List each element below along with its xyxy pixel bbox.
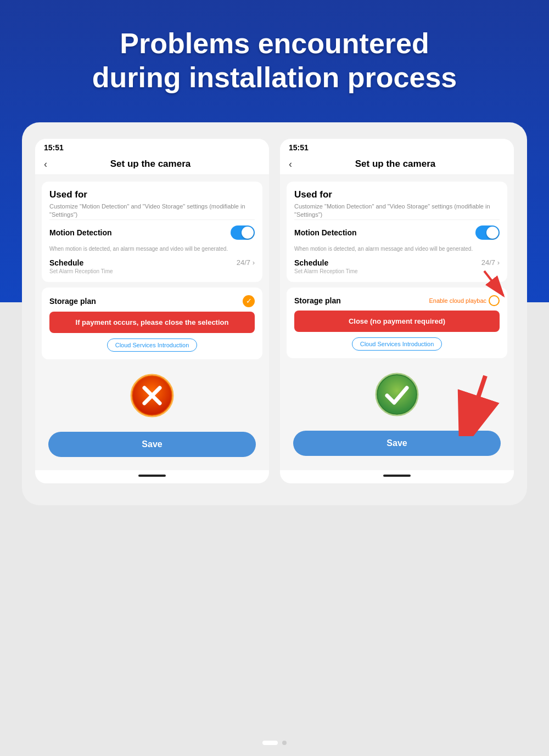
left-schedule-label: Schedule — [49, 258, 83, 267]
left-used-for-title: Used for — [49, 189, 255, 200]
content-card: 15:51 ‹ Set up the camera Used for Custo… — [22, 122, 527, 505]
svg-line-9 — [469, 376, 485, 425]
left-schedule-value[interactable]: 24/7 › — [237, 258, 255, 267]
left-x-icon — [130, 374, 174, 418]
right-nav-title: Set up the camera — [296, 159, 494, 170]
left-used-for-card: Used for Customize "Motion Detection" an… — [42, 182, 262, 282]
right-time: 15:51 — [289, 143, 309, 152]
page-title: Problems encountered during installation… — [33, 26, 516, 95]
right-alert-banner: Close (no payment required) — [294, 311, 500, 332]
left-schedule-section: Schedule 24/7 › Set Alarm Reception Time — [49, 258, 255, 274]
left-motion-detection-row: Motion Detection — [49, 219, 255, 245]
svg-point-6 — [377, 375, 417, 414]
right-enable-cloud-text: Enable cloud playbac — [429, 297, 486, 304]
right-radio-button[interactable] — [489, 295, 500, 306]
left-phone: 15:51 ‹ Set up the camera Used for Custo… — [35, 139, 269, 483]
right-status-section — [287, 364, 507, 425]
left-status-section — [42, 365, 262, 426]
right-alert-text: Close (no payment required) — [349, 317, 445, 325]
right-home-indicator — [383, 475, 411, 477]
right-schedule-label: Schedule — [294, 258, 328, 267]
right-schedule-section: Schedule 24/7 › Set Alarm Reception Time — [294, 258, 500, 274]
right-cloud-intro-btn[interactable]: Cloud Services Introduction — [352, 337, 442, 351]
pagination-dots — [262, 741, 287, 745]
right-schedule-value[interactable]: 24/7 › — [481, 258, 500, 267]
left-used-for-desc: Customize "Motion Detection" and "Video … — [49, 202, 255, 219]
right-storage-label: Storage plan — [294, 296, 341, 305]
right-save-label: Save — [386, 438, 407, 448]
left-nav-bar: ‹ Set up the camera — [35, 154, 269, 175]
right-enable-cloud-row: Enable cloud playbac — [429, 295, 500, 306]
right-save-button[interactable]: Save — [293, 431, 501, 456]
left-storage-check-icon: ✓ — [243, 295, 255, 307]
left-storage-label: Storage plan — [49, 297, 96, 306]
left-schedule-note: Set Alarm Reception Time — [49, 268, 255, 274]
left-motion-label: Motion Detection — [49, 228, 112, 237]
right-storage-row: Storage plan Enable cloud playbac — [294, 295, 500, 306]
right-motion-toggle[interactable] — [475, 225, 500, 240]
left-time: 15:51 — [44, 143, 64, 152]
left-storage-card: Storage plan ✓ If payment occurs, please… — [42, 287, 262, 359]
right-motion-label: Motion Detection — [294, 228, 357, 237]
pagination-dot-1[interactable] — [282, 741, 287, 745]
right-used-for-card: Used for Customize "Motion Detection" an… — [287, 182, 507, 282]
left-storage-row: Storage plan ✓ — [49, 295, 255, 307]
left-nav-title: Set up the camera — [52, 159, 249, 170]
left-alert-text: If payment occurs, please close the sele… — [76, 318, 229, 326]
left-save-button[interactable]: Save — [48, 432, 256, 457]
right-used-for-title: Used for — [294, 189, 500, 200]
left-home-indicator — [138, 475, 166, 477]
left-status-bar: 15:51 — [35, 139, 269, 154]
right-phone-body: Used for Customize "Motion Detection" an… — [280, 175, 514, 470]
right-back-icon[interactable]: ‹ — [289, 159, 292, 170]
right-phone: 15:51 ‹ Set up the camera Used for Custo… — [280, 139, 514, 483]
left-alert-banner: If payment occurs, please close the sele… — [49, 312, 255, 333]
left-back-icon[interactable]: ‹ — [44, 159, 47, 170]
right-schedule-note: Set Alarm Reception Time — [294, 268, 500, 274]
right-storage-card: Storage plan Enable cloud playbac — [287, 287, 507, 358]
left-save-label: Save — [142, 439, 162, 449]
left-phone-body: Used for Customize "Motion Detection" an… — [35, 175, 269, 470]
left-motion-note: When motion is detected, an alarm messag… — [49, 245, 255, 253]
right-used-for-desc: Customize "Motion Detection" and "Video … — [294, 202, 500, 219]
header-section: Problems encountered during installation… — [0, 0, 549, 111]
right-motion-note: When motion is detected, an alarm messag… — [294, 245, 500, 253]
right-schedule-row: Schedule 24/7 › — [294, 258, 500, 267]
right-arrow-save-indicator — [447, 370, 502, 436]
right-motion-detection-row: Motion Detection — [294, 219, 500, 245]
left-cloud-intro-btn[interactable]: Cloud Services Introduction — [107, 338, 198, 352]
right-checkmark-icon — [375, 373, 419, 416]
right-status-bar: 15:51 — [280, 139, 514, 154]
pagination-dot-0[interactable] — [262, 741, 278, 745]
right-nav-bar: ‹ Set up the camera — [280, 154, 514, 175]
left-schedule-row: Schedule 24/7 › — [49, 258, 255, 267]
left-motion-toggle[interactable] — [231, 225, 255, 240]
